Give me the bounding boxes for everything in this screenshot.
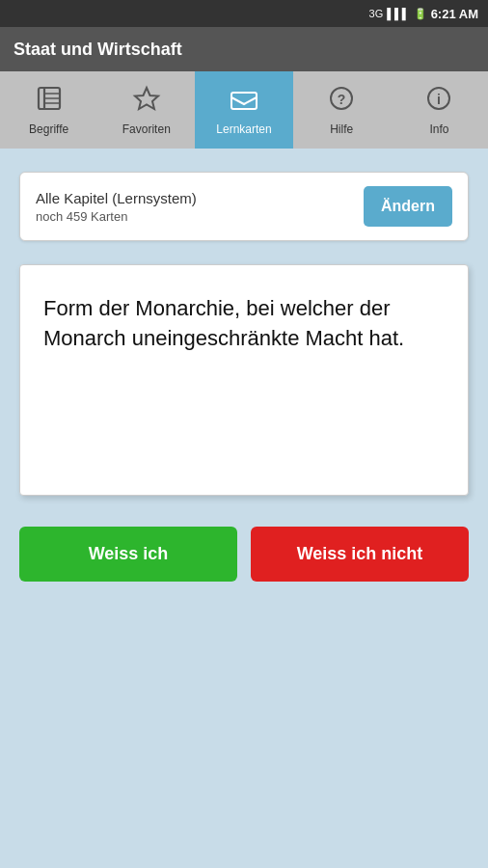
info-label: Info	[429, 122, 448, 136]
dont-know-button[interactable]: Weiss ich nicht	[251, 527, 469, 582]
book-icon	[35, 85, 64, 119]
svg-text:i: i	[437, 92, 441, 107]
tab-info[interactable]: i Info	[391, 71, 488, 149]
info-icon: i	[424, 85, 453, 119]
network-indicator: 3G	[369, 8, 384, 19]
favoriten-label: Favoriten	[122, 122, 171, 136]
selection-card: Alle Kapitel (Lernsystem) noch 459 Karte…	[19, 172, 469, 241]
know-button[interactable]: Weiss ich	[19, 527, 237, 582]
svg-rect-6	[231, 93, 257, 109]
begriffe-label: Begriffe	[29, 122, 68, 136]
tab-hilfe[interactable]: ? Hilfe	[293, 71, 391, 149]
tab-lernkarten[interactable]: Lernkarten	[195, 71, 292, 149]
status-icons: 3G ▌▌▌ 🔋 6:21 AM	[369, 7, 478, 21]
hilfe-label: Hilfe	[330, 122, 353, 136]
clock: 6:21 AM	[431, 7, 478, 21]
flashcard-text: Form der Monarchie, bei welcher der Mona…	[43, 294, 445, 354]
tab-begriffe[interactable]: Begriffe	[0, 71, 97, 149]
svg-marker-5	[135, 88, 158, 109]
svg-text:?: ?	[338, 92, 346, 107]
selection-title: Alle Kapitel (Lernsystem)	[36, 190, 197, 206]
main-content: Alle Kapitel (Lernsystem) noch 459 Karte…	[0, 149, 488, 868]
flashcard[interactable]: Form der Monarchie, bei welcher der Mona…	[19, 264, 469, 496]
lernkarten-label: Lernkarten	[216, 122, 271, 136]
signal-bars: ▌▌▌	[387, 8, 409, 19]
star-icon	[132, 85, 161, 119]
change-button[interactable]: Ändern	[364, 186, 452, 227]
selection-info: Alle Kapitel (Lernsystem) noch 459 Karte…	[36, 190, 197, 224]
app-title: Staat und Wirtschaft	[14, 40, 182, 60]
selection-subtitle: noch 459 Karten	[36, 209, 197, 224]
tab-favoriten[interactable]: Favoriten	[97, 71, 195, 149]
title-bar: Staat und Wirtschaft	[0, 27, 488, 71]
status-bar: 3G ▌▌▌ 🔋 6:21 AM	[0, 0, 488, 27]
battery-icon: 🔋	[414, 8, 427, 20]
action-buttons: Weiss ich Weiss ich nicht	[19, 527, 469, 582]
tab-bar: Begriffe Favoriten Lernkarten ? Hilfe	[0, 71, 488, 149]
help-icon: ?	[327, 85, 356, 119]
lernkarten-icon	[229, 85, 259, 119]
